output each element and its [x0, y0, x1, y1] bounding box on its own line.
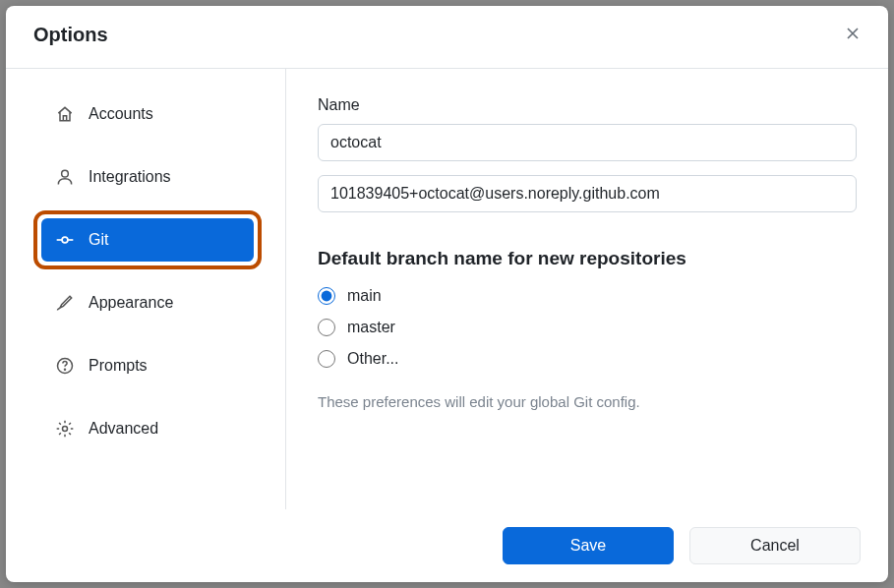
- sidebar-item-label: Advanced: [89, 420, 158, 438]
- close-button[interactable]: [841, 22, 864, 48]
- save-button[interactable]: Save: [503, 527, 674, 564]
- branch-option-main[interactable]: main: [318, 287, 857, 305]
- svg-point-6: [63, 427, 68, 432]
- question-icon: [55, 356, 75, 376]
- gear-icon: [55, 419, 75, 439]
- home-icon: [55, 104, 75, 124]
- sidebar: Accounts Integrations Git: [6, 69, 286, 509]
- radio-main-label[interactable]: main: [347, 287, 382, 305]
- radio-master[interactable]: [318, 319, 335, 336]
- branch-option-other[interactable]: Other...: [318, 350, 857, 368]
- modal-header: Options: [6, 6, 888, 69]
- git-commit-icon: [55, 230, 75, 250]
- sidebar-item-prompts[interactable]: Prompts: [41, 344, 254, 387]
- radio-other-label[interactable]: Other...: [347, 350, 398, 368]
- name-input[interactable]: [318, 124, 857, 161]
- email-input[interactable]: [318, 175, 857, 212]
- sidebar-highlight: Git: [33, 210, 262, 269]
- sidebar-item-label: Prompts: [89, 357, 148, 375]
- options-modal: Options Accounts Integrations: [6, 6, 888, 582]
- config-hint: These preferences will edit your global …: [318, 393, 857, 410]
- close-icon: [845, 26, 861, 44]
- modal-footer: Save Cancel: [6, 509, 888, 582]
- cancel-button[interactable]: Cancel: [689, 527, 861, 564]
- sidebar-item-advanced[interactable]: Advanced: [41, 407, 254, 450]
- branch-option-master[interactable]: master: [318, 319, 857, 336]
- sidebar-item-label: Integrations: [89, 168, 171, 186]
- sidebar-item-label: Git: [89, 231, 108, 249]
- paintbrush-icon: [55, 293, 75, 313]
- default-branch-heading: Default branch name for new repositories: [318, 248, 857, 269]
- svg-point-5: [65, 369, 66, 370]
- name-label: Name: [318, 96, 857, 114]
- radio-other[interactable]: [318, 350, 335, 368]
- content-panel: Name Default branch name for new reposit…: [286, 69, 888, 509]
- radio-master-label[interactable]: master: [347, 319, 395, 336]
- svg-point-0: [62, 170, 69, 177]
- sidebar-item-label: Appearance: [89, 294, 173, 312]
- modal-body: Accounts Integrations Git: [6, 69, 888, 509]
- sidebar-item-appearance[interactable]: Appearance: [41, 281, 254, 324]
- sidebar-item-label: Accounts: [89, 105, 153, 123]
- sidebar-item-git[interactable]: Git: [41, 218, 254, 262]
- person-icon: [55, 167, 75, 187]
- radio-main[interactable]: [318, 287, 335, 305]
- sidebar-item-integrations[interactable]: Integrations: [41, 155, 254, 199]
- modal-title: Options: [33, 24, 108, 46]
- svg-point-1: [62, 237, 68, 243]
- sidebar-item-accounts[interactable]: Accounts: [41, 92, 254, 136]
